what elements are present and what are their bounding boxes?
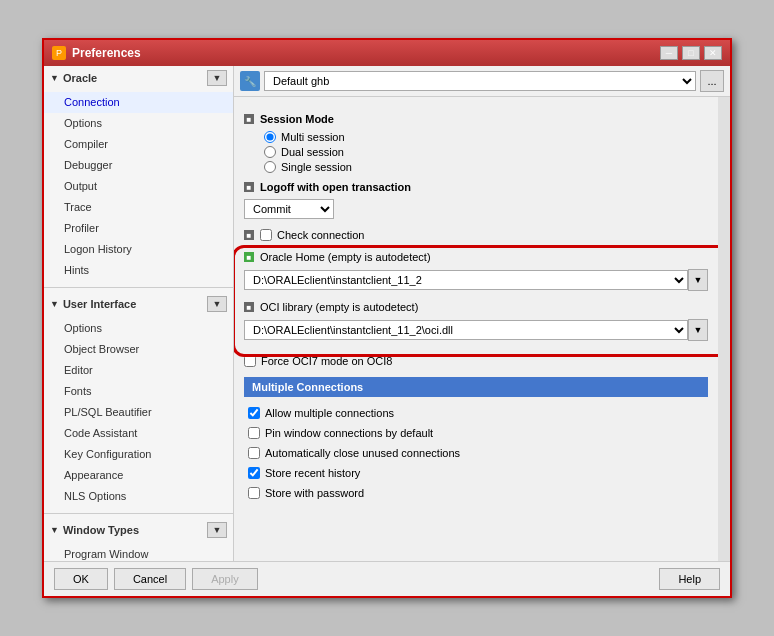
logoff-row: Commit Rollback — [244, 199, 708, 219]
check-connection-header: ■ Check connection — [244, 227, 708, 243]
store-password-checkbox[interactable] — [248, 487, 260, 499]
window-icon: P — [52, 46, 66, 60]
ok-button[interactable]: OK — [54, 568, 108, 590]
oracle-home-header: ■ Oracle Home (empty is autodetect) — [244, 251, 708, 263]
sidebar-item-object-browser[interactable]: Object Browser — [44, 339, 233, 360]
auto-close-row: Automatically close unused connections — [244, 443, 708, 463]
preferences-window: P Preferences ─ □ ✕ ▼ Oracle ▼ Connectio… — [42, 38, 732, 598]
oci-library-icon: ■ — [244, 302, 254, 312]
connections-list: Allow multiple connections Pin window co… — [244, 401, 708, 505]
sidebar-item-debugger[interactable]: Debugger — [44, 155, 233, 176]
sidebar-item-output[interactable]: Output — [44, 176, 233, 197]
toolbar-more-button[interactable]: ... — [700, 70, 724, 92]
minimize-button[interactable]: ─ — [660, 46, 678, 60]
logoff-icon: ■ — [244, 182, 254, 192]
oci-library-header: ■ OCI library (empty is autodetect) — [244, 301, 708, 313]
sidebar-item-plsql-beautifier[interactable]: PL/SQL Beautifier — [44, 402, 233, 423]
radio-single-session[interactable]: Single session — [264, 161, 708, 173]
sidebar-item-ui-options[interactable]: Options — [44, 318, 233, 339]
sidebar: ▼ Oracle ▼ Connection Options Compiler D… — [44, 66, 234, 561]
allow-multiple-label[interactable]: Allow multiple connections — [248, 405, 704, 421]
sidebar-item-trace[interactable]: Trace — [44, 197, 233, 218]
close-button[interactable]: ✕ — [704, 46, 722, 60]
check-connection-checkbox-label[interactable]: Check connection — [260, 227, 364, 243]
oci-library-row: D:\ORALEclient\instantclient_11_2\oci.dl… — [244, 319, 708, 341]
multiple-connections-title: Multiple Connections — [252, 381, 363, 393]
check-connection-checkbox[interactable] — [260, 229, 272, 241]
pin-window-label[interactable]: Pin window connections by default — [248, 425, 704, 441]
profile-dropdown[interactable]: Default ghb — [264, 71, 696, 91]
multiple-connections-header: Multiple Connections — [244, 377, 708, 397]
force-oci7-label[interactable]: Force OCI7 mode on OCI8 — [244, 353, 708, 369]
oracle-home-row: D:\ORALEclient\instantclient_11_2 ▼ — [244, 269, 708, 291]
sidebar-item-editor[interactable]: Editor — [44, 360, 233, 381]
sidebar-item-appearance[interactable]: Appearance — [44, 465, 233, 486]
sidebar-category-window-types[interactable]: ▼ Window Types ▼ — [44, 518, 233, 542]
oci-library-dropdown[interactable]: D:\ORALEclient\instantclient_11_2\oci.dl… — [244, 320, 688, 340]
radio-single-session-input[interactable] — [264, 161, 276, 173]
oracle-dropdown-btn[interactable]: ▼ — [207, 70, 227, 86]
commit-dropdown[interactable]: Commit Rollback — [244, 199, 334, 219]
oracle-arrow-icon: ▼ — [50, 73, 59, 83]
check-connection-icon: ■ — [244, 230, 254, 240]
main-scrollbar[interactable] — [718, 97, 730, 561]
help-button[interactable]: Help — [659, 568, 720, 590]
store-recent-label[interactable]: Store recent history — [248, 465, 704, 481]
oracle-home-dropdown[interactable]: D:\ORALEclient\instantclient_11_2 — [244, 270, 688, 290]
sidebar-item-code-assistant[interactable]: Code Assistant — [44, 423, 233, 444]
ui-dropdown-btn[interactable]: ▼ — [207, 296, 227, 312]
sidebar-item-key-config[interactable]: Key Configuration — [44, 444, 233, 465]
title-bar-left: P Preferences — [52, 46, 141, 60]
ui-section: Options Object Browser Editor Fonts PL/S… — [44, 316, 233, 509]
radio-dual-session-label: Dual session — [281, 146, 344, 158]
store-recent-row: Store recent history — [244, 463, 708, 483]
oracle-home-icon: ■ — [244, 252, 254, 262]
sidebar-item-nls-options[interactable]: NLS Options — [44, 486, 233, 507]
window-types-section: Program Window SQL Window Test Window Pl… — [44, 542, 233, 561]
force-oci7-checkbox[interactable] — [244, 355, 256, 367]
store-password-label[interactable]: Store with password — [248, 485, 704, 501]
wt-arrow-icon: ▼ — [50, 525, 59, 535]
cancel-button[interactable]: Cancel — [114, 568, 186, 590]
content-area: ▼ Oracle ▼ Connection Options Compiler D… — [44, 66, 730, 561]
store-recent-checkbox[interactable] — [248, 467, 260, 479]
check-connection-label: Check connection — [277, 229, 364, 241]
oracle-home-label: Oracle Home (empty is autodetect) — [260, 251, 431, 263]
sidebar-item-compiler[interactable]: Compiler — [44, 134, 233, 155]
force-oci7-text: Force OCI7 mode on OCI8 — [261, 355, 392, 367]
oracle-home-arrow[interactable]: ▼ — [688, 269, 708, 291]
auto-close-label[interactable]: Automatically close unused connections — [248, 445, 704, 461]
radio-multi-session-input[interactable] — [264, 131, 276, 143]
allow-multiple-checkbox[interactable] — [248, 407, 260, 419]
session-mode-header: ■ Session Mode — [244, 113, 708, 125]
radio-group-session: Multi session Dual session Single sessio… — [244, 131, 708, 173]
apply-button[interactable]: Apply — [192, 568, 258, 590]
sidebar-item-connection[interactable]: Connection — [44, 92, 233, 113]
sidebar-item-program-window[interactable]: Program Window — [44, 544, 233, 561]
oci-library-arrow[interactable]: ▼ — [688, 319, 708, 341]
pin-window-checkbox[interactable] — [248, 427, 260, 439]
sidebar-item-profiler[interactable]: Profiler — [44, 218, 233, 239]
wt-dropdown-btn[interactable]: ▼ — [207, 522, 227, 538]
oracle-section: Connection Options Compiler Debugger Out… — [44, 90, 233, 283]
maximize-button[interactable]: □ — [682, 46, 700, 60]
auto-close-checkbox[interactable] — [248, 447, 260, 459]
sidebar-item-logon-history[interactable]: Logon History — [44, 239, 233, 260]
pin-window-text: Pin window connections by default — [265, 427, 433, 439]
sidebar-category-ui[interactable]: ▼ User Interface ▼ — [44, 292, 233, 316]
sidebar-category-oracle[interactable]: ▼ Oracle ▼ — [44, 66, 233, 90]
pin-window-row: Pin window connections by default — [244, 423, 708, 443]
session-mode-title: Session Mode — [260, 113, 334, 125]
sidebar-separator-2 — [44, 513, 233, 514]
radio-multi-session-label: Multi session — [281, 131, 345, 143]
force-oci7-row: Force OCI7 mode on OCI8 — [244, 351, 708, 377]
radio-multi-session[interactable]: Multi session — [264, 131, 708, 143]
sidebar-item-options[interactable]: Options — [44, 113, 233, 134]
radio-dual-session-input[interactable] — [264, 146, 276, 158]
radio-dual-session[interactable]: Dual session — [264, 146, 708, 158]
oracle-label: Oracle — [63, 72, 97, 84]
title-bar: P Preferences ─ □ ✕ — [44, 40, 730, 66]
sidebar-item-hints[interactable]: Hints — [44, 260, 233, 281]
sidebar-item-fonts[interactable]: Fonts — [44, 381, 233, 402]
profile-icon: 🔧 — [240, 71, 260, 91]
